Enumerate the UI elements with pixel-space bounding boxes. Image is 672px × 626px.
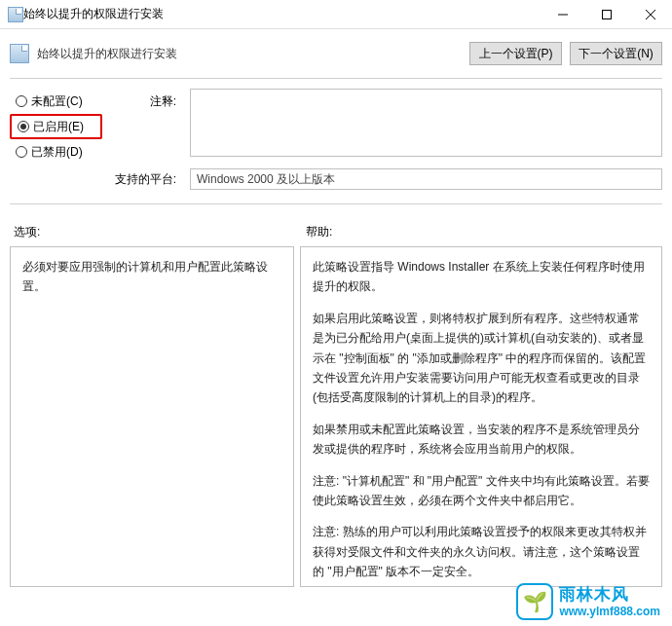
next-setting-button[interactable]: 下一个设置(N) — [570, 42, 662, 65]
watermark-icon: 🌱 — [516, 583, 553, 620]
field-labels: 注释: 支持的平台: — [112, 89, 180, 198]
radio-disabled[interactable]: 已禁用(D) — [10, 139, 102, 165]
radio-label: 已禁用(D) — [31, 144, 83, 161]
previous-setting-button[interactable]: 上一个设置(P) — [469, 42, 562, 65]
header: 始终以提升的权限进行安装 上一个设置(P) 下一个设置(N) — [0, 29, 672, 78]
help-paragraph: 如果禁用或未配置此策略设置，当安装的程序不是系统管理员分发或提供的程序时，系统将… — [313, 420, 650, 460]
section-labels: 选项: 帮助: — [0, 204, 672, 246]
radio-not-configured[interactable]: 未配置(C) — [10, 89, 102, 114]
policy-title: 始终以提升的权限进行安装 — [37, 46, 462, 62]
field-inputs: Windows 2000 及以上版本 — [190, 89, 662, 198]
comment-label: 注释: — [112, 92, 180, 120]
watermark-text: 雨林木风 www.ylmf888.com — [559, 585, 660, 619]
policy-icon — [10, 44, 29, 63]
watermark: 🌱 雨林木风 www.ylmf888.com — [516, 583, 660, 620]
help-label: 帮助: — [306, 224, 332, 240]
window-icon — [8, 7, 23, 22]
help-paragraph: 注意: "计算机配置" 和 "用户配置" 文件夹中均有此策略设置。若要使此策略设… — [313, 471, 650, 511]
platform-label: 支持的平台: — [112, 170, 180, 198]
radio-icon — [16, 146, 27, 158]
supported-platform-field: Windows 2000 及以上版本 — [190, 168, 662, 190]
options-text: 必须对要应用强制的计算机和用户配置此策略设置。 — [22, 257, 281, 297]
radio-label: 已启用(E) — [33, 119, 84, 135]
watermark-url: www.ylmf888.com — [559, 605, 660, 618]
radio-label: 未配置(C) — [31, 93, 83, 110]
help-paragraph: 如果启用此策略设置，则将特权扩展到所有程序。这些特权通常是为已分配给用户(桌面上… — [313, 309, 650, 408]
radio-icon — [18, 121, 29, 132]
config-row: 未配置(C) 已启用(E) 已禁用(D) 注释: 支持的平台: Windows … — [0, 79, 672, 203]
help-paragraph: 注意: 熟练的用户可以利用此策略设置授予的权限来更改其特权并获得对受限文件和文件… — [313, 522, 650, 581]
close-button[interactable] — [628, 0, 672, 29]
help-paragraph: 此策略设置指导 Windows Installer 在系统上安装任何程序时使用提… — [313, 257, 650, 297]
radio-icon — [16, 95, 27, 107]
minimize-button[interactable] — [541, 0, 584, 29]
radio-enabled[interactable]: 已启用(E) — [10, 114, 102, 139]
state-radios: 未配置(C) 已启用(E) 已禁用(D) — [10, 89, 102, 198]
panels: 必须对要应用强制的计算机和用户配置此策略设置。 此策略设置指导 Windows … — [0, 246, 672, 597]
comment-input[interactable] — [190, 89, 662, 157]
window-title: 始终以提升的权限进行安装 — [23, 6, 541, 22]
maximize-button[interactable] — [584, 0, 628, 29]
watermark-cn: 雨林木风 — [559, 585, 660, 605]
help-panel[interactable]: 此策略设置指导 Windows Installer 在系统上安装任何程序时使用提… — [300, 246, 662, 587]
options-label: 选项: — [14, 224, 306, 240]
titlebar: 始终以提升的权限进行安装 — [0, 0, 672, 29]
svg-rect-1 — [602, 10, 611, 18]
options-panel: 必须对要应用强制的计算机和用户配置此策略设置。 — [10, 246, 294, 587]
